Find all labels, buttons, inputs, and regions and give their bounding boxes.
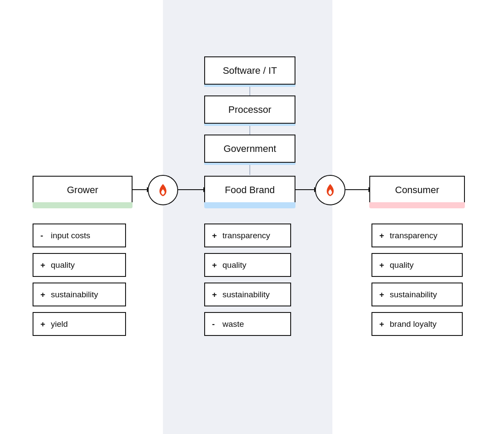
government-box: Government [204,135,295,163]
grower-box: Grower [33,176,133,204]
food-brand-benefit-transparency: + transparency [204,224,291,247]
grower-benefit-yield: + yield [33,312,126,336]
grower-benefit-input-costs: - input costs [33,224,126,247]
left-circle-node [148,175,178,205]
food-brand-highlight [204,202,295,208]
grower-highlight [33,202,133,208]
food-brand-benefit-sustainability: + sustainability [204,283,291,306]
consumer-benefit-quality: + quality [371,253,463,277]
right-circle-node [315,175,345,205]
diagram-canvas: Software / IT Processor Government Growe… [0,0,504,434]
consumer-box: Consumer [369,176,465,204]
flame-icon-right [322,182,338,198]
food-brand-benefit-waste: - waste [204,312,291,336]
consumer-highlight [369,202,465,208]
processor-box: Processor [204,95,295,124]
food-brand-box: Food Brand [204,176,295,204]
software-it-box: Software / IT [204,56,295,85]
flame-icon-left [155,182,171,198]
grower-benefit-quality: + quality [33,253,126,277]
consumer-benefit-transparency: + transparency [371,224,463,247]
food-brand-benefit-quality: + quality [204,253,291,277]
consumer-benefit-brand-loyalty: + brand loyalty [371,312,463,336]
grower-benefit-sustainability: + sustainability [33,283,126,306]
consumer-benefit-sustainability: + sustainability [371,283,463,306]
